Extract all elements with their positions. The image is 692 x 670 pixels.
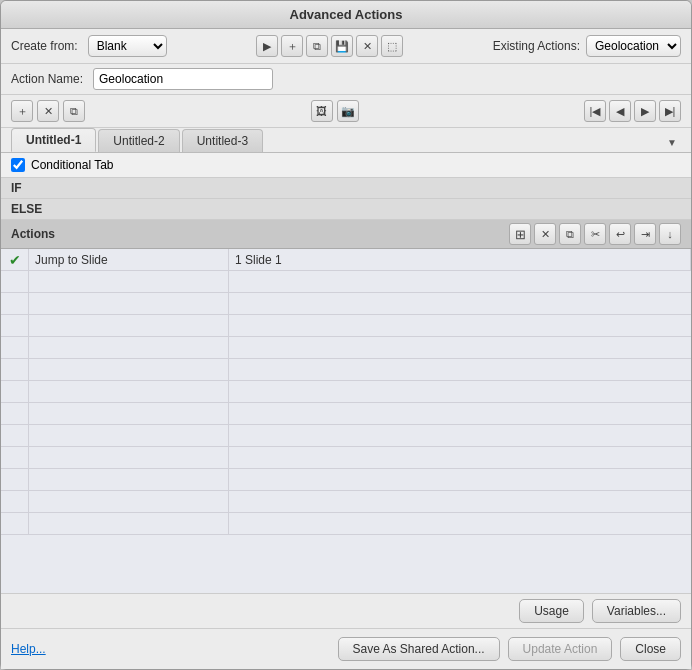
nav-icons: |◀ ◀ ▶ ▶| <box>584 100 681 122</box>
actions-copy-icon[interactable]: ⧉ <box>559 223 581 245</box>
existing-actions-row: Existing Actions: Geolocation <box>493 35 681 57</box>
actions-header: Actions ⊞ ✕ ⧉ ✂ ↩ ⇥ ↓ <box>1 220 691 249</box>
empty-row-8 <box>1 425 691 447</box>
existing-actions-label: Existing Actions: <box>493 39 580 53</box>
usage-button[interactable]: Usage <box>519 599 584 623</box>
row-params-cell: 1 Slide 1 <box>229 249 691 270</box>
else-row: ELSE <box>1 199 691 220</box>
delete-row-icon[interactable]: ✕ <box>37 100 59 122</box>
image-icon1[interactable]: 🖼 <box>311 100 333 122</box>
actions-move-icon[interactable]: ↩ <box>609 223 631 245</box>
delete-action-icon[interactable]: ✕ <box>356 35 378 57</box>
image-icon2[interactable]: 📷 <box>337 100 359 122</box>
enabled-checkmark: ✔ <box>9 252 21 268</box>
save-action-icon[interactable]: 💾 <box>331 35 353 57</box>
actions-add-icon[interactable]: ⊞ <box>509 223 531 245</box>
prev-nav-icon[interactable]: ◀ <box>609 100 631 122</box>
empty-row-3 <box>1 315 691 337</box>
save-shared-button[interactable]: Save As Shared Action... <box>338 637 500 661</box>
top-icon-toolbar: ▶ ＋ ⧉ 💾 ✕ ⬚ <box>256 35 403 57</box>
action-name-row: Action Name: <box>1 64 691 95</box>
advanced-actions-window: Advanced Actions Create from: Blank Temp… <box>0 0 692 670</box>
tab-untitled-3[interactable]: Untitled-3 <box>182 129 263 152</box>
actions-delete-icon[interactable]: ✕ <box>534 223 556 245</box>
row-action-cell: Jump to Slide <box>29 249 229 270</box>
empty-row-5 <box>1 359 691 381</box>
add-row-icon[interactable]: ＋ <box>11 100 33 122</box>
add-action-icon[interactable]: ＋ <box>281 35 303 57</box>
second-toolbar: ＋ ✕ ⧉ 🖼 📷 |◀ ◀ ▶ ▶| <box>1 95 691 128</box>
play-icon[interactable]: ▶ <box>256 35 278 57</box>
create-from-select-wrapper: Blank Template <box>88 35 167 57</box>
util-bar: Usage Variables... <box>1 593 691 628</box>
export-action-icon[interactable]: ⬚ <box>381 35 403 57</box>
actions-label: Actions <box>11 227 55 241</box>
create-from-label: Create from: <box>11 39 78 53</box>
tab-untitled-1[interactable]: Untitled-1 <box>11 128 96 152</box>
bottom-bar: Help... Save As Shared Action... Update … <box>1 628 691 669</box>
actions-indent-icon[interactable]: ⇥ <box>634 223 656 245</box>
tab-untitled-2[interactable]: Untitled-2 <box>98 129 179 152</box>
empty-row-2 <box>1 293 691 315</box>
tabs-bar: Untitled-1 Untitled-2 Untitled-3 ▼ <box>1 128 691 153</box>
empty-row-4 <box>1 337 691 359</box>
last-nav-icon[interactable]: ▶| <box>659 100 681 122</box>
window-title: Advanced Actions <box>290 7 403 22</box>
empty-row-1 <box>1 271 691 293</box>
if-row: IF <box>1 178 691 199</box>
actions-toolbar: ⊞ ✕ ⧉ ✂ ↩ ⇥ ↓ <box>509 223 681 245</box>
empty-row-12 <box>1 513 691 535</box>
action-name-label: Action Name: <box>11 72 83 86</box>
conditional-tab-section: Conditional Tab <box>1 153 691 178</box>
row-check-cell: ✔ <box>1 249 29 270</box>
close-button[interactable]: Close <box>620 637 681 661</box>
create-from-row: Create from: Blank Template ▶ ＋ ⧉ 💾 ✕ ⬚ … <box>1 29 691 64</box>
empty-row-7 <box>1 403 691 425</box>
first-nav-icon[interactable]: |◀ <box>584 100 606 122</box>
existing-actions-select[interactable]: Geolocation <box>586 35 681 57</box>
update-action-button[interactable]: Update Action <box>508 637 613 661</box>
empty-row-9 <box>1 447 691 469</box>
image-toolbar: 🖼 📷 <box>311 100 359 122</box>
conditional-tab-label: Conditional Tab <box>31 158 114 172</box>
next-nav-icon[interactable]: ▶ <box>634 100 656 122</box>
copy-action-icon[interactable]: ⧉ <box>306 35 328 57</box>
title-bar: Advanced Actions <box>1 1 691 29</box>
help-link[interactable]: Help... <box>11 642 46 656</box>
tab-dropdown-icon[interactable]: ▼ <box>663 132 681 152</box>
conditional-tab-checkbox[interactable] <box>11 158 25 172</box>
empty-row-11 <box>1 491 691 513</box>
table-row[interactable]: ✔ Jump to Slide 1 Slide 1 <box>1 249 691 271</box>
actions-table: ✔ Jump to Slide 1 Slide 1 <box>1 249 691 593</box>
duplicate-row-icon[interactable]: ⧉ <box>63 100 85 122</box>
action-name-input[interactable] <box>93 68 273 90</box>
variables-button[interactable]: Variables... <box>592 599 681 623</box>
help-section: Help... <box>11 642 46 656</box>
empty-row-10 <box>1 469 691 491</box>
empty-row-6 <box>1 381 691 403</box>
create-from-select[interactable]: Blank Template <box>88 35 167 57</box>
actions-cut-icon[interactable]: ✂ <box>584 223 606 245</box>
actions-down-icon[interactable]: ↓ <box>659 223 681 245</box>
